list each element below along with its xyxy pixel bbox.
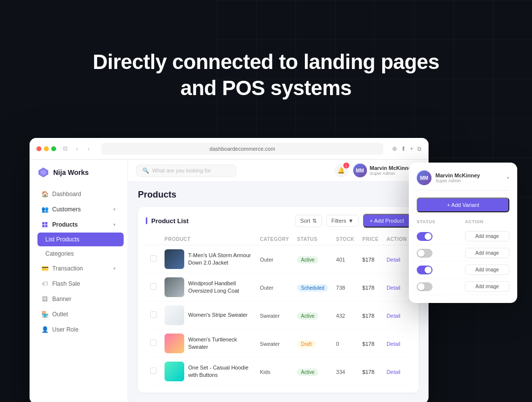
nav-forward-icon[interactable]: › <box>85 145 93 153</box>
sort-icon: ⇅ <box>312 218 317 224</box>
logo: Nija Works <box>30 167 128 186</box>
add-image-button-3[interactable]: Add image <box>465 281 509 292</box>
notification-badge: 1 <box>343 163 349 168</box>
search-bar[interactable]: 🔍 What are you looking for <box>136 165 236 177</box>
products-sub-items: List Products Categories <box>30 233 128 261</box>
toggle-1[interactable] <box>417 249 432 258</box>
svg-rect-2 <box>42 222 45 225</box>
panel-variant-row: Add image <box>417 228 509 245</box>
sub-item-list-products[interactable]: List Products <box>37 233 124 246</box>
dot-red[interactable] <box>36 146 41 151</box>
status-badge-0: Active <box>297 256 318 264</box>
add-image-button-1[interactable]: Add image <box>465 248 509 258</box>
panel-chevron-icon: ▾ <box>507 175 509 180</box>
col-stock: STOCK <box>332 234 358 245</box>
sidebar-item-banner[interactable]: 🖼 Banner <box>33 292 124 306</box>
side-panel: MM Marvin McKinney Super Admin ▾ + Add V… <box>409 163 517 303</box>
row-checkbox-1[interactable] <box>150 283 157 290</box>
row-checkbox-4[interactable] <box>150 368 157 374</box>
product-name-4: One Set - Casual Hoodie with Buttons <box>188 364 252 379</box>
table-row: One Set - Casual Hoodie with Buttons Kid… <box>146 358 411 386</box>
toggle-3[interactable] <box>417 282 432 291</box>
sort-button[interactable]: Sort ⇅ <box>295 215 322 227</box>
row-checkbox-0[interactable] <box>150 255 157 262</box>
category-0: Outer <box>260 257 273 263</box>
browser-share-icon: ⬆ <box>401 145 406 152</box>
panel-user-name: Marvin McKinney <box>435 172 503 178</box>
sidebar-item-transaction[interactable]: 💳 Transaction ▾ <box>33 261 124 276</box>
browser-plus-icon: + <box>410 145 413 152</box>
user-role: Super Admin <box>370 171 414 176</box>
add-product-label: + Add Product <box>370 218 404 224</box>
sidebar-item-outlet[interactable]: 🏪 Outlet <box>33 307 124 322</box>
detail-link-3[interactable]: Detail <box>387 341 400 347</box>
search-input[interactable]: What are you looking for <box>152 168 211 173</box>
logo-text: Nija Works <box>53 168 89 176</box>
browser-window: ⊡ ‹ › dashboardecommerce.com ⊕ ⬆ + ⧉ Nij… <box>30 138 429 402</box>
category-1: Outer <box>260 285 273 291</box>
url-text: dashboardecommerce.com <box>209 146 275 152</box>
sidebar-label-products: Products <box>52 221 109 228</box>
price-4: $178 <box>363 369 374 375</box>
sidebar-item-products[interactable]: Products ▾ <box>33 217 124 232</box>
add-image-button-2[interactable]: Add image <box>465 265 509 275</box>
list-products-label: List Products <box>45 236 79 243</box>
notification-button[interactable]: 🔔 1 <box>334 164 348 177</box>
hero-line1: Directly connected to landing pages <box>93 50 439 73</box>
stock-3: 0 <box>336 341 339 347</box>
sidebar-item-flash-sale[interactable]: 🏷 Flash Sale <box>33 276 124 291</box>
browser-actions: ⊕ ⬆ + ⧉ <box>392 145 422 152</box>
price-1: $178 <box>363 285 374 291</box>
sub-item-categories[interactable]: Categories <box>37 247 124 261</box>
detail-link-2[interactable]: Detail <box>387 313 400 319</box>
panel-col-status-label: STATUS <box>417 219 461 224</box>
stock-4: 334 <box>336 369 345 375</box>
card-actions: Sort ⇅ Filters ▼ + Add Product <box>295 214 411 228</box>
panel-user-role: Super Admin <box>435 178 503 183</box>
user-name: Marvin McKinney <box>370 165 414 171</box>
row-checkbox-2[interactable] <box>150 311 157 318</box>
table-header-row: PRODUCT CATEGORY STATUS STOCK PRICE ACTI… <box>146 234 411 245</box>
add-product-button[interactable]: + Add Product <box>363 214 411 228</box>
hero-line2: and POS systems <box>180 76 351 100</box>
sidebar-label-banner: Banner <box>52 296 116 302</box>
sidebar-item-dashboard[interactable]: 🏠 Dashboard <box>33 187 124 201</box>
product-cell-3: Women's Turtleneck Sweater <box>165 334 252 353</box>
transaction-chevron-icon: ▾ <box>113 266 116 271</box>
col-status: STATUS <box>293 234 332 245</box>
dot-green[interactable] <box>51 146 56 151</box>
panel-avatar: MM <box>417 170 432 185</box>
browser-chrome: ⊡ ‹ › dashboardecommerce.com ⊕ ⬆ + ⧉ <box>30 138 429 160</box>
sidebar-item-user-role[interactable]: 👤 User Role <box>33 322 124 337</box>
toggle-2[interactable] <box>417 266 432 274</box>
detail-link-4[interactable]: Detail <box>387 369 400 375</box>
col-action: ACTION <box>383 234 411 245</box>
panel-variant-row: Add image <box>417 262 509 278</box>
table-row: T-Men's UA Storm Armour Down 2.0 Jacket … <box>146 245 411 273</box>
panel-col-action-label: ACTION <box>465 219 509 224</box>
detail-link-1[interactable]: Detail <box>387 285 400 291</box>
filter-label: Filters <box>332 218 346 224</box>
product-image-0 <box>165 249 184 269</box>
product-cell-4: One Set - Casual Hoodie with Buttons <box>165 362 252 381</box>
dot-yellow[interactable] <box>44 146 49 151</box>
panel-variant-row: Add image <box>417 245 509 262</box>
status-badge-4: Active <box>297 368 318 376</box>
add-variant-button[interactable]: + Add Variant <box>417 198 509 212</box>
table-row: Women's Turtleneck Sweater Sweater Draft… <box>146 330 411 358</box>
row-checkbox-3[interactable] <box>150 339 157 346</box>
sidebar-label-dashboard: Dashboard <box>52 191 116 198</box>
detail-link-0[interactable]: Detail <box>387 257 400 263</box>
toggle-0[interactable] <box>417 232 432 241</box>
bell-icon: 🔔 <box>337 167 345 174</box>
side-panel-header: MM Marvin McKinney Super Admin ▾ <box>417 170 509 191</box>
sidebar-item-customers[interactable]: 👥 Customers ▾ <box>33 202 124 217</box>
filter-icon: ▼ <box>348 218 354 224</box>
panel-user-info: Marvin McKinney Super Admin <box>435 172 503 183</box>
product-list-card: Product List Sort ⇅ Filters ▼ <box>138 207 419 393</box>
nav-back-icon[interactable]: ‹ <box>73 145 81 153</box>
add-image-button-0[interactable]: Add image <box>465 231 509 241</box>
col-price: PRICE <box>359 234 383 245</box>
browser-url-bar[interactable]: dashboardecommerce.com <box>101 143 383 155</box>
filter-button[interactable]: Filters ▼ <box>326 215 359 227</box>
